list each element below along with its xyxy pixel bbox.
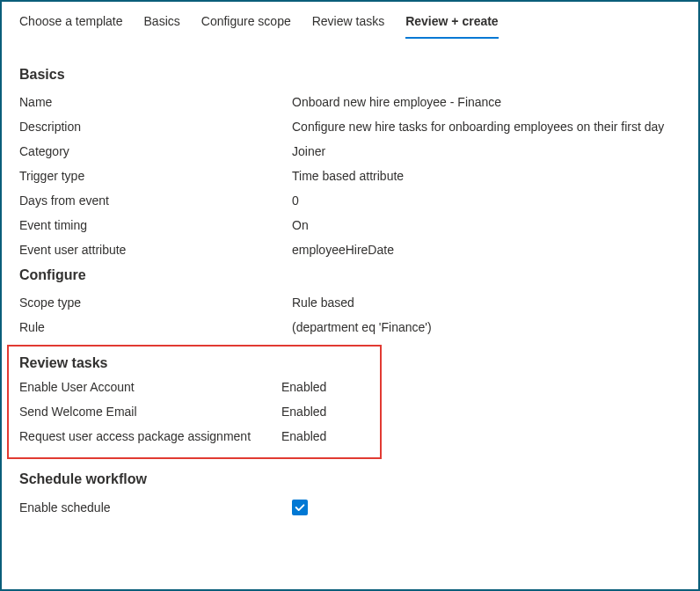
field-label: Days from event [19, 193, 292, 208]
field-value: employeeHireDate [292, 243, 394, 257]
field-label: Enable schedule [19, 500, 292, 514]
field-label: Trigger type [19, 169, 292, 183]
field-value: Enabled [281, 405, 326, 419]
field-label: Event timing [19, 218, 292, 232]
tab-review-create[interactable]: Review + create [405, 14, 498, 39]
field-label: Scope type [19, 296, 292, 310]
field-label: Request user access package assignment [19, 429, 281, 443]
field-label: Send Welcome Email [19, 405, 281, 419]
field-row-category: Category Joiner [19, 144, 681, 158]
field-value: 0 [292, 193, 299, 208]
field-label: Enable User Account [19, 380, 281, 394]
field-row-send-welcome-email: Send Welcome Email Enabled [19, 405, 369, 419]
tab-basics[interactable]: Basics [144, 14, 180, 39]
field-row-event-timing: Event timing On [19, 218, 681, 232]
tab-review-tasks[interactable]: Review tasks [312, 14, 384, 39]
field-row-request-access-package: Request user access package assignment E… [19, 429, 369, 443]
tab-configure-scope[interactable]: Configure scope [201, 14, 291, 39]
field-row-event-user-attribute: Event user attribute employeeHireDate [19, 243, 681, 257]
checkmark-icon [294, 501, 306, 514]
field-value: On [292, 218, 309, 232]
content-area: Basics Name Onboard new hire employee - … [2, 39, 698, 535]
field-row-enable-schedule: Enable schedule [19, 500, 681, 515]
field-row-rule: Rule (department eq 'Finance') [19, 320, 681, 334]
field-label: Description [19, 120, 292, 134]
section-heading-review-tasks: Review tasks [19, 355, 369, 371]
field-value: Onboard new hire employee - Finance [292, 95, 501, 109]
tab-choose-template[interactable]: Choose a template [19, 14, 123, 39]
field-row-trigger-type: Trigger type Time based attribute [19, 169, 681, 183]
field-value: Rule based [292, 296, 354, 310]
field-row-description: Description Configure new hire tasks for… [19, 120, 681, 134]
field-label: Name [19, 95, 292, 109]
section-heading-configure: Configure [19, 267, 681, 283]
field-label: Event user attribute [19, 243, 292, 257]
field-label: Category [19, 144, 292, 158]
field-value: (department eq 'Finance') [292, 320, 432, 334]
field-row-scope-type: Scope type Rule based [19, 296, 681, 310]
field-row-days-from-event: Days from event 0 [19, 193, 681, 208]
field-value: Joiner [292, 144, 325, 158]
field-value: Enabled [281, 429, 326, 443]
field-row-name: Name Onboard new hire employee - Finance [19, 95, 681, 109]
review-tasks-highlight: Review tasks Enable User Account Enabled… [7, 345, 382, 459]
enable-schedule-checkbox[interactable] [292, 500, 308, 515]
section-heading-schedule: Schedule workflow [19, 471, 681, 487]
section-heading-basics: Basics [19, 67, 681, 83]
field-label: Rule [19, 320, 292, 334]
field-value: Configure new hire tasks for onboarding … [292, 120, 664, 134]
tab-nav: Choose a template Basics Configure scope… [2, 2, 698, 39]
field-value: Time based attribute [292, 169, 404, 183]
field-value: Enabled [281, 380, 326, 394]
field-row-enable-user-account: Enable User Account Enabled [19, 380, 369, 394]
